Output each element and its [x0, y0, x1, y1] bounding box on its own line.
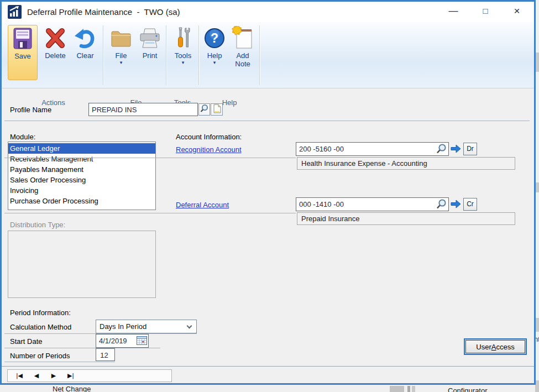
nav-previous-record-button[interactable]: ◀ — [30, 372, 43, 379]
module-listbox: General Ledger Receivables Management Pa… — [8, 142, 156, 210]
number-of-periods-label: Number of Periods — [10, 352, 70, 360]
wrench-screwdriver-icon — [172, 25, 194, 51]
ribbon-separator — [103, 25, 103, 85]
minimize-button[interactable]: — — [441, 2, 466, 22]
window-title: Deferral Profile Maintenance - TWO (sa) — [27, 2, 180, 22]
user-access-label-pre: User — [476, 343, 491, 351]
deferral-account-go-arrow-icon[interactable] — [450, 199, 462, 211]
floppy-disk-icon — [12, 25, 34, 52]
recognition-account-go-arrow-icon[interactable] — [450, 144, 462, 156]
module-label: Module: — [10, 133, 35, 141]
ribbon: Save Delete — [2, 22, 534, 88]
divider — [4, 213, 296, 213]
account-information-label: Account Information: — [176, 133, 242, 141]
divider — [4, 348, 160, 348]
print-button[interactable]: Print — [135, 25, 164, 80]
calculation-method-select[interactable]: Days In Period — [96, 320, 197, 333]
background-fragment — [390, 386, 404, 392]
recognition-account-dr-button[interactable]: Dr — [463, 143, 477, 155]
recognition-account-lookup-magnifier-icon[interactable] — [436, 143, 447, 157]
deferral-account-cr-button[interactable]: Cr — [463, 198, 477, 211]
red-x-icon — [44, 25, 67, 51]
deferral-account-input[interactable]: 000 -1410 -00 — [296, 197, 449, 211]
start-date-label: Start Date — [10, 337, 43, 346]
file-dropdown-caret-icon: ▾ — [120, 60, 123, 65]
print-label: Print — [143, 51, 158, 60]
folder-icon — [109, 25, 133, 51]
add-note-button[interactable]: Add Note — [228, 25, 257, 80]
profile-name-label: Profile Name — [10, 106, 51, 114]
background-fragment — [535, 380, 539, 392]
divider — [4, 362, 115, 362]
user-access-button[interactable]: User Access — [464, 338, 527, 355]
module-item[interactable]: Invoicing — [8, 185, 155, 196]
nav-first-record-button[interactable]: |◀ — [13, 372, 25, 379]
background-text-configurator: Configurator — [448, 386, 488, 392]
save-label: Save — [14, 52, 31, 60]
record-navigation-bar: |◀ ◀ ▶ ▶| — [7, 369, 172, 382]
note-star-icon — [231, 25, 254, 51]
ribbon-separator — [198, 25, 199, 85]
profile-name-input[interactable]: PREPAID INS — [88, 103, 198, 116]
background-fragment — [412, 386, 415, 392]
file-label: File — [116, 51, 127, 60]
delete-label: Delete — [45, 51, 66, 60]
recognition-account-description: Health Insurance Expense - Accounting — [297, 157, 515, 170]
divider — [4, 158, 296, 158]
distribution-type-listbox — [8, 231, 156, 298]
calculation-method-value: Days In Period — [100, 322, 146, 331]
module-item[interactable]: Sales Order Processing — [8, 175, 155, 185]
chevron-down-icon — [187, 323, 192, 329]
distribution-type-label: Distribution Type: — [10, 221, 65, 229]
svg-text:?: ? — [211, 31, 218, 45]
tools-button[interactable]: Tools ▾ — [169, 25, 197, 80]
help-dropdown-caret-icon: ▾ — [213, 60, 216, 65]
number-of-periods-input[interactable]: 12 — [96, 348, 115, 361]
user-access-label-post: ccess — [496, 343, 514, 351]
module-item[interactable]: Receivables Management — [8, 154, 155, 164]
calculation-method-label: Calculation Method — [10, 323, 71, 331]
divider — [4, 121, 530, 121]
screen: nt Net Change Configurator Deferral Prof… — [0, 0, 539, 392]
profile-lookup-button[interactable] — [198, 103, 210, 116]
help-button[interactable]: ? Help ▾ — [202, 25, 227, 80]
clear-button[interactable]: Clear — [71, 25, 99, 80]
file-button[interactable]: File ▾ — [108, 25, 134, 80]
deferral-account-lookup-magnifier-icon[interactable] — [436, 198, 447, 212]
nav-next-record-button[interactable]: ▶ — [48, 372, 60, 379]
bar-chart-growth-icon — [8, 5, 22, 21]
profile-note-button[interactable] — [211, 103, 223, 116]
undo-arrow-icon — [74, 25, 97, 51]
help-label: Help — [207, 51, 222, 60]
save-button[interactable]: Save — [8, 25, 38, 80]
tools-label: Tools — [175, 51, 191, 60]
user-access-label-mnemonic: A — [491, 343, 496, 351]
recognition-account-link[interactable]: Recognition Account — [176, 145, 242, 154]
period-information-label: Period Information: — [10, 309, 71, 317]
module-item[interactable]: Purchase Order Processing — [8, 196, 155, 206]
background-fragment — [535, 53, 539, 72]
page-icon — [213, 104, 221, 116]
question-circle-icon: ? — [203, 25, 226, 51]
ribbon-separator — [259, 25, 260, 85]
nav-last-record-button[interactable]: ▶| — [65, 372, 77, 379]
ribbon-separator — [166, 25, 166, 85]
tools-dropdown-caret-icon: ▾ — [182, 60, 185, 65]
delete-button[interactable]: Delete — [40, 25, 70, 80]
magnifier-icon — [200, 104, 209, 116]
clear-label: Clear — [76, 51, 93, 60]
printer-icon — [138, 25, 162, 51]
module-item[interactable]: Payables Management — [8, 164, 155, 175]
deferral-account-link[interactable]: Deferral Account — [176, 201, 229, 209]
maximize-button[interactable]: □ — [473, 2, 498, 22]
close-button[interactable]: × — [504, 2, 530, 22]
background-fragment — [407, 386, 410, 392]
recognition-account-input[interactable]: 200 -5160 -00 — [296, 142, 449, 156]
background-fragment — [535, 318, 539, 332]
calendar-icon[interactable] — [137, 336, 147, 348]
deferral-account-description: Prepaid Insurance — [297, 212, 515, 225]
divider — [2, 366, 534, 367]
user-access-button-face: User Access — [465, 340, 525, 353]
module-item[interactable]: General Ledger — [8, 143, 155, 154]
background-fragment — [535, 182, 539, 192]
